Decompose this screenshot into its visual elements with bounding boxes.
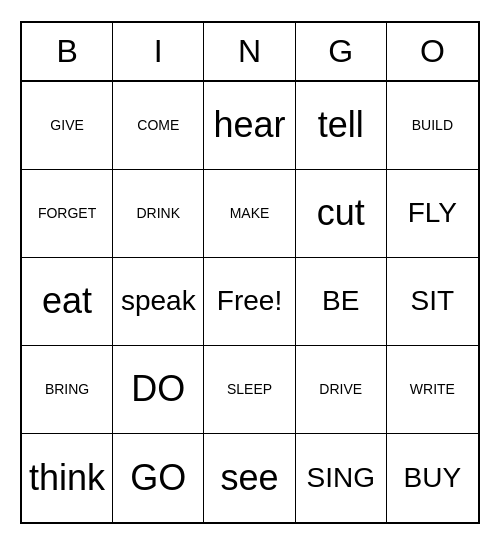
cell-text: BRING [45,381,89,397]
header-cell: N [204,23,295,80]
cell-text: BE [322,285,359,317]
cell-text: GO [130,457,186,499]
cell-text: DRINK [137,205,181,221]
cell-text: COME [137,117,179,133]
cell-text: speak [121,285,196,317]
bingo-cell: Free! [204,258,295,346]
bingo-cell: BRING [22,346,113,434]
bingo-cell: eat [22,258,113,346]
bingo-cell: FORGET [22,170,113,258]
bingo-card: BINGO GIVECOMEheartellBUILDFORGETDRINKMA… [20,21,480,524]
cell-text: BUILD [412,117,453,133]
bingo-cell: speak [113,258,204,346]
bingo-header: BINGO [22,23,478,82]
bingo-cell: COME [113,82,204,170]
bingo-cell: FLY [387,170,478,258]
cell-text: tell [318,104,364,146]
cell-text: Free! [217,285,282,317]
cell-text: see [220,457,278,499]
cell-text: SING [306,462,374,494]
header-cell: I [113,23,204,80]
cell-text: cut [317,192,365,234]
cell-text: FLY [408,197,457,229]
cell-text: WRITE [410,381,455,397]
bingo-cell: SING [296,434,387,522]
cell-text: GIVE [50,117,83,133]
header-cell: G [296,23,387,80]
cell-text: eat [42,280,92,322]
bingo-cell: see [204,434,295,522]
bingo-cell: tell [296,82,387,170]
bingo-cell: BUY [387,434,478,522]
bingo-cell: hear [204,82,295,170]
bingo-cell: GIVE [22,82,113,170]
bingo-cell: DRINK [113,170,204,258]
cell-text: FORGET [38,205,96,221]
cell-text: MAKE [230,205,270,221]
bingo-cell: GO [113,434,204,522]
cell-text: think [29,457,105,499]
bingo-cell: SIT [387,258,478,346]
cell-text: BUY [404,462,462,494]
bingo-cell: WRITE [387,346,478,434]
bingo-cell: BE [296,258,387,346]
cell-text: SLEEP [227,381,272,397]
bingo-cell: DRIVE [296,346,387,434]
bingo-cell: DO [113,346,204,434]
bingo-cell: cut [296,170,387,258]
bingo-grid: GIVECOMEheartellBUILDFORGETDRINKMAKEcutF… [22,82,478,522]
cell-text: hear [213,104,285,146]
bingo-cell: MAKE [204,170,295,258]
bingo-cell: BUILD [387,82,478,170]
header-cell: B [22,23,113,80]
cell-text: SIT [411,285,455,317]
cell-text: DO [131,368,185,410]
header-cell: O [387,23,478,80]
bingo-cell: think [22,434,113,522]
cell-text: DRIVE [319,381,362,397]
bingo-cell: SLEEP [204,346,295,434]
